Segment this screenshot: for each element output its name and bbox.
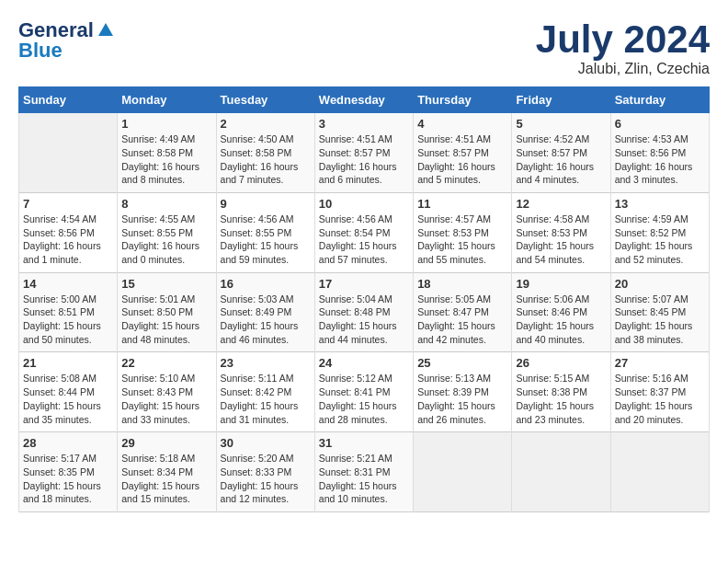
logo-blue: Blue bbox=[18, 39, 63, 63]
calendar-cell: 1Sunrise: 4:49 AM Sunset: 8:58 PM Daylig… bbox=[118, 113, 216, 193]
day-info: Sunrise: 5:06 AM Sunset: 8:46 PM Dayligh… bbox=[516, 293, 606, 347]
calendar-week-row: 14Sunrise: 5:00 AM Sunset: 8:51 PM Dayli… bbox=[19, 272, 710, 352]
day-number: 9 bbox=[221, 197, 311, 211]
calendar-cell: 12Sunrise: 4:58 AM Sunset: 8:53 PM Dayli… bbox=[512, 192, 610, 272]
calendar-cell: 29Sunrise: 5:18 AM Sunset: 8:34 PM Dayli… bbox=[118, 432, 216, 512]
day-info: Sunrise: 5:18 AM Sunset: 8:34 PM Dayligh… bbox=[121, 452, 211, 506]
calendar-cell: 31Sunrise: 5:21 AM Sunset: 8:31 PM Dayli… bbox=[314, 432, 413, 512]
calendar-cell: 27Sunrise: 5:16 AM Sunset: 8:37 PM Dayli… bbox=[610, 352, 709, 432]
calendar-cell: 7Sunrise: 4:54 AM Sunset: 8:56 PM Daylig… bbox=[19, 192, 118, 272]
day-number: 2 bbox=[221, 117, 311, 131]
page-header: General Blue July 2024 Jalubi, Zlin, Cze… bbox=[18, 18, 710, 77]
day-info: Sunrise: 5:15 AM Sunset: 8:38 PM Dayligh… bbox=[516, 372, 606, 426]
day-number: 16 bbox=[221, 277, 311, 291]
calendar-cell: 3Sunrise: 4:51 AM Sunset: 8:57 PM Daylig… bbox=[314, 113, 413, 193]
day-info: Sunrise: 4:57 AM Sunset: 8:53 PM Dayligh… bbox=[417, 213, 507, 267]
calendar-cell bbox=[610, 432, 709, 512]
day-number: 31 bbox=[319, 436, 409, 450]
day-number: 10 bbox=[319, 197, 409, 211]
day-number: 28 bbox=[23, 436, 113, 450]
day-number: 25 bbox=[417, 356, 507, 370]
logo-icon bbox=[97, 21, 115, 40]
day-info: Sunrise: 4:54 AM Sunset: 8:56 PM Dayligh… bbox=[23, 213, 113, 267]
calendar-cell: 4Sunrise: 4:51 AM Sunset: 8:57 PM Daylig… bbox=[414, 113, 512, 193]
day-info: Sunrise: 4:52 AM Sunset: 8:57 PM Dayligh… bbox=[516, 132, 606, 187]
month-title: July 2024 bbox=[536, 18, 710, 61]
calendar-cell: 6Sunrise: 4:53 AM Sunset: 8:56 PM Daylig… bbox=[610, 113, 709, 193]
day-info: Sunrise: 4:51 AM Sunset: 8:57 PM Dayligh… bbox=[319, 132, 409, 187]
day-number: 29 bbox=[121, 436, 211, 450]
calendar-cell: 20Sunrise: 5:07 AM Sunset: 8:45 PM Dayli… bbox=[610, 272, 709, 352]
day-info: Sunrise: 4:56 AM Sunset: 8:54 PM Dayligh… bbox=[319, 213, 409, 267]
day-number: 14 bbox=[23, 277, 113, 291]
calendar-cell: 13Sunrise: 4:59 AM Sunset: 8:52 PM Dayli… bbox=[610, 192, 709, 272]
calendar-cell: 30Sunrise: 5:20 AM Sunset: 8:33 PM Dayli… bbox=[216, 432, 314, 512]
calendar-cell: 16Sunrise: 5:03 AM Sunset: 8:49 PM Dayli… bbox=[216, 272, 314, 352]
day-number: 7 bbox=[23, 197, 113, 211]
location: Jalubi, Zlin, Czechia bbox=[536, 61, 710, 77]
day-number: 12 bbox=[516, 197, 606, 211]
day-info: Sunrise: 5:08 AM Sunset: 8:44 PM Dayligh… bbox=[23, 372, 113, 426]
day-number: 22 bbox=[121, 356, 211, 370]
day-number: 5 bbox=[516, 117, 606, 131]
day-info: Sunrise: 5:13 AM Sunset: 8:39 PM Dayligh… bbox=[417, 372, 507, 426]
day-info: Sunrise: 5:21 AM Sunset: 8:31 PM Dayligh… bbox=[319, 452, 409, 506]
day-number: 11 bbox=[417, 197, 507, 211]
day-number: 17 bbox=[319, 277, 409, 291]
day-number: 6 bbox=[615, 117, 705, 131]
day-number: 23 bbox=[221, 356, 311, 370]
day-info: Sunrise: 5:03 AM Sunset: 8:49 PM Dayligh… bbox=[221, 293, 311, 347]
day-info: Sunrise: 5:05 AM Sunset: 8:47 PM Dayligh… bbox=[417, 293, 507, 347]
calendar-cell bbox=[512, 432, 610, 512]
calendar-cell: 11Sunrise: 4:57 AM Sunset: 8:53 PM Dayli… bbox=[414, 192, 512, 272]
calendar-table: SundayMondayTuesdayWednesdayThursdayFrid… bbox=[18, 86, 710, 512]
day-number: 24 bbox=[319, 356, 409, 370]
calendar-day-header: Tuesday bbox=[216, 87, 314, 113]
day-info: Sunrise: 4:53 AM Sunset: 8:56 PM Dayligh… bbox=[615, 132, 705, 187]
day-number: 8 bbox=[121, 197, 211, 211]
calendar-cell: 10Sunrise: 4:56 AM Sunset: 8:54 PM Dayli… bbox=[314, 192, 413, 272]
day-info: Sunrise: 4:58 AM Sunset: 8:53 PM Dayligh… bbox=[516, 213, 606, 267]
calendar-cell: 19Sunrise: 5:06 AM Sunset: 8:46 PM Dayli… bbox=[512, 272, 610, 352]
calendar-week-row: 28Sunrise: 5:17 AM Sunset: 8:35 PM Dayli… bbox=[19, 432, 710, 512]
day-number: 19 bbox=[516, 277, 606, 291]
day-number: 27 bbox=[615, 356, 705, 370]
calendar-cell: 25Sunrise: 5:13 AM Sunset: 8:39 PM Dayli… bbox=[414, 352, 512, 432]
day-number: 15 bbox=[121, 277, 211, 291]
day-number: 1 bbox=[121, 117, 211, 131]
calendar-cell: 15Sunrise: 5:01 AM Sunset: 8:50 PM Dayli… bbox=[118, 272, 216, 352]
day-number: 13 bbox=[615, 197, 705, 211]
day-info: Sunrise: 5:10 AM Sunset: 8:43 PM Dayligh… bbox=[121, 372, 211, 426]
day-info: Sunrise: 5:17 AM Sunset: 8:35 PM Dayligh… bbox=[23, 452, 113, 506]
calendar-day-header: Sunday bbox=[19, 87, 118, 113]
day-info: Sunrise: 4:51 AM Sunset: 8:57 PM Dayligh… bbox=[417, 132, 507, 187]
day-info: Sunrise: 4:56 AM Sunset: 8:55 PM Dayligh… bbox=[221, 213, 311, 267]
calendar-cell: 17Sunrise: 5:04 AM Sunset: 8:48 PM Dayli… bbox=[314, 272, 413, 352]
day-info: Sunrise: 4:59 AM Sunset: 8:52 PM Dayligh… bbox=[615, 213, 705, 267]
day-number: 20 bbox=[615, 277, 705, 291]
calendar-day-header: Friday bbox=[512, 87, 610, 113]
day-info: Sunrise: 4:49 AM Sunset: 8:58 PM Dayligh… bbox=[121, 132, 211, 187]
logo: General Blue bbox=[18, 18, 116, 63]
calendar-day-header: Thursday bbox=[414, 87, 512, 113]
calendar-cell: 26Sunrise: 5:15 AM Sunset: 8:38 PM Dayli… bbox=[512, 352, 610, 432]
calendar-cell bbox=[19, 113, 118, 193]
calendar-body: 1Sunrise: 4:49 AM Sunset: 8:58 PM Daylig… bbox=[19, 113, 710, 512]
svg-marker-0 bbox=[98, 23, 113, 36]
calendar-cell: 21Sunrise: 5:08 AM Sunset: 8:44 PM Dayli… bbox=[19, 352, 118, 432]
calendar-week-row: 21Sunrise: 5:08 AM Sunset: 8:44 PM Dayli… bbox=[19, 352, 710, 432]
calendar-header-row: SundayMondayTuesdayWednesdayThursdayFrid… bbox=[19, 87, 710, 113]
day-info: Sunrise: 5:11 AM Sunset: 8:42 PM Dayligh… bbox=[221, 372, 311, 426]
calendar-cell: 18Sunrise: 5:05 AM Sunset: 8:47 PM Dayli… bbox=[414, 272, 512, 352]
day-number: 30 bbox=[221, 436, 311, 450]
calendar-cell: 9Sunrise: 4:56 AM Sunset: 8:55 PM Daylig… bbox=[216, 192, 314, 272]
day-number: 26 bbox=[516, 356, 606, 370]
calendar-day-header: Saturday bbox=[610, 87, 709, 113]
day-number: 21 bbox=[23, 356, 113, 370]
calendar-cell: 22Sunrise: 5:10 AM Sunset: 8:43 PM Dayli… bbox=[118, 352, 216, 432]
day-info: Sunrise: 5:01 AM Sunset: 8:50 PM Dayligh… bbox=[121, 293, 211, 347]
calendar-week-row: 1Sunrise: 4:49 AM Sunset: 8:58 PM Daylig… bbox=[19, 113, 710, 193]
day-info: Sunrise: 5:12 AM Sunset: 8:41 PM Dayligh… bbox=[319, 372, 409, 426]
calendar-day-header: Wednesday bbox=[314, 87, 413, 113]
calendar-cell: 5Sunrise: 4:52 AM Sunset: 8:57 PM Daylig… bbox=[512, 113, 610, 193]
